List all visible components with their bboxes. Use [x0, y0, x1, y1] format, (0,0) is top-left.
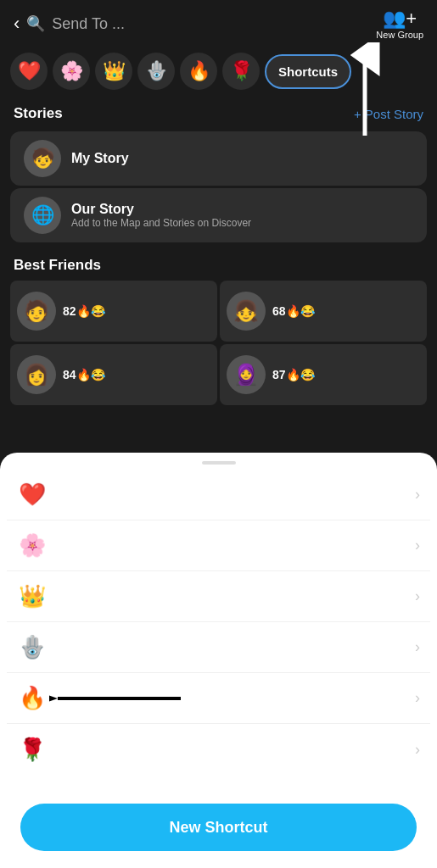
- filter-rose[interactable]: 🌹: [222, 53, 260, 90]
- add-story-button[interactable]: + Post Story: [354, 107, 423, 121]
- new-group-icon: 👥+: [383, 8, 417, 30]
- friend-avatar-3: 👩: [17, 355, 56, 394]
- friend-cell-4[interactable]: 🧕 87🔥😂: [220, 344, 427, 405]
- friend-cell-2[interactable]: 👧 68🔥😂: [220, 281, 427, 342]
- filter-flower[interactable]: 🌸: [53, 53, 90, 90]
- shortcut-left-crown: 👑: [17, 583, 58, 609]
- filter-heart[interactable]: ❤️: [10, 53, 48, 90]
- shortcut-emoji-nazar: 🪬: [17, 634, 48, 660]
- shortcut-emoji-crown: 👑: [17, 583, 48, 609]
- filter-crown[interactable]: 👑: [95, 53, 132, 90]
- shortcut-item-fire[interactable]: 🔥 ›: [7, 673, 430, 724]
- my-story-item[interactable]: 🧒 My Story: [10, 131, 427, 186]
- new-group-button[interactable]: 👥+ New Group: [376, 8, 423, 40]
- arrow-left-annotation: [49, 682, 185, 715]
- shortcut-item-heart[interactable]: ❤️ ›: [7, 470, 430, 520]
- friend-avatar-1: 🧑: [17, 292, 56, 331]
- best-friends-title: Best Friends: [14, 257, 101, 273]
- friend-score-1: 82🔥😂: [63, 304, 105, 318]
- chevron-right-icon-fire: ›: [415, 689, 420, 707]
- shortcut-list: ❤️ › 🌸 › 👑 › 🪬 ›: [0, 470, 437, 793]
- shortcut-left-nazar: 🪬: [17, 634, 58, 660]
- new-group-label: New Group: [376, 30, 423, 40]
- shortcut-item-rose[interactable]: 🌹 ›: [7, 724, 430, 775]
- our-story-item[interactable]: 🌐 Our Story Add to the Map and Stories o…: [10, 188, 427, 242]
- chevron-right-icon-flower: ›: [415, 537, 420, 554]
- shortcut-left-rose: 🌹: [17, 737, 58, 763]
- shortcut-item-nazar[interactable]: 🪬 ›: [7, 622, 430, 673]
- shortcut-emoji-flower: 🌸: [17, 532, 48, 559]
- stories-header: Stories + Post Story: [0, 95, 437, 129]
- filter-fire[interactable]: 🔥: [180, 53, 217, 90]
- stories-title: Stories: [14, 105, 63, 122]
- our-story-sub: Add to the Map and Stories on Discover: [71, 217, 251, 229]
- header: ‹ 🔍 Send To ... 👥+ New Group: [0, 0, 437, 47]
- header-left: ‹ 🔍 Send To ...: [14, 14, 125, 33]
- friend-score-4: 87🔥😂: [272, 368, 315, 381]
- shortcut-emoji-heart: ❤️: [17, 481, 48, 508]
- my-story-info: My Story: [71, 151, 129, 166]
- filter-nazar[interactable]: 🪬: [137, 53, 175, 90]
- my-story-avatar: 🧒: [24, 140, 61, 177]
- shortcut-item-flower[interactable]: 🌸 ›: [7, 520, 430, 571]
- back-button[interactable]: ‹: [14, 14, 20, 33]
- friend-cell-1[interactable]: 🧑 82🔥😂: [10, 281, 217, 342]
- friend-avatar-4: 🧕: [227, 355, 266, 394]
- friend-cell-3[interactable]: 👩 84🔥😂: [10, 344, 217, 405]
- our-story-avatar: 🌐: [24, 197, 61, 234]
- friend-score-3: 84🔥😂: [63, 368, 105, 381]
- bottom-sheet: ❤️ › 🌸 › 👑 › 🪬 ›: [0, 453, 437, 868]
- chevron-right-icon-crown: ›: [415, 587, 420, 605]
- shortcut-emoji-fire: 🔥: [17, 685, 48, 711]
- best-friends-header: Best Friends: [0, 245, 437, 281]
- chevron-right-icon-rose: ›: [415, 741, 420, 759]
- sheet-handle: [202, 461, 236, 465]
- shortcut-left-flower: 🌸: [17, 532, 58, 559]
- friend-score-2: 68🔥😂: [272, 304, 315, 318]
- chevron-right-icon-nazar: ›: [415, 638, 420, 656]
- shortcut-left-heart: ❤️: [17, 481, 58, 508]
- my-story-name: My Story: [71, 151, 129, 166]
- shortcut-emoji-rose: 🌹: [17, 737, 48, 763]
- top-section: ‹ 🔍 Send To ... 👥+ New Group ❤️ 🌸 👑 🪬 🔥 …: [0, 0, 437, 475]
- shortcut-left-fire: 🔥: [17, 685, 58, 711]
- friends-grid: 🧑 82🔥😂 👧 68🔥😂 👩 84🔥😂 🧕 87🔥😂: [0, 281, 437, 405]
- new-shortcut-container: New Shortcut: [0, 793, 437, 868]
- shortcuts-pill[interactable]: Shortcuts: [265, 54, 351, 89]
- our-story-name: Our Story: [71, 202, 251, 217]
- new-shortcut-button[interactable]: New Shortcut: [20, 804, 417, 851]
- search-icon[interactable]: 🔍: [26, 14, 45, 33]
- friend-avatar-2: 👧: [227, 292, 266, 331]
- header-title: Send To ...: [52, 15, 125, 33]
- chevron-right-icon-heart: ›: [415, 486, 420, 504]
- emoji-filter-row: ❤️ 🌸 👑 🪬 🔥 🌹 Shortcuts: [0, 47, 437, 95]
- shortcut-item-crown[interactable]: 👑 ›: [7, 571, 430, 622]
- our-story-info: Our Story Add to the Map and Stories on …: [71, 202, 251, 229]
